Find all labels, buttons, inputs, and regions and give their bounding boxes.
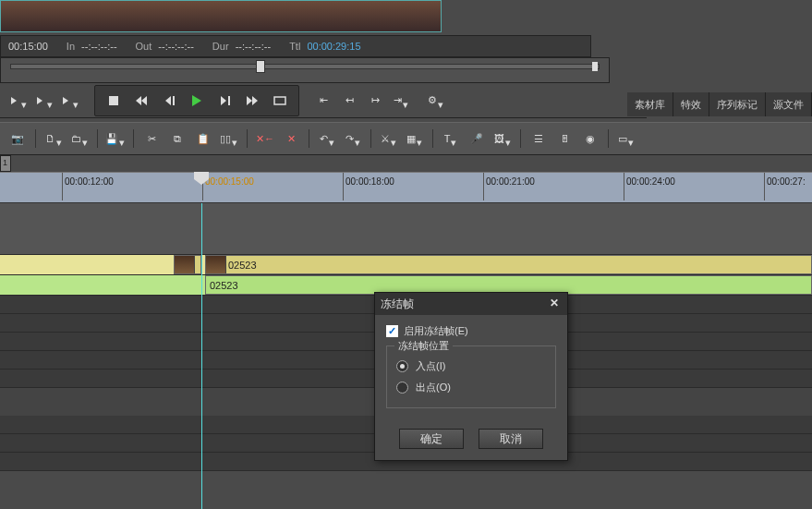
marker-icon[interactable]: ▾ [59, 90, 81, 112]
close-icon[interactable]: ✕ [547, 297, 562, 311]
group-title: 冻结帧位置 [394, 339, 453, 353]
scrubber-end-marker [592, 62, 598, 71]
loop-button[interactable] [269, 90, 291, 112]
radio-icon [396, 382, 408, 394]
mark-out-icon[interactable]: ▾ [33, 90, 55, 112]
playback-controls [94, 85, 299, 116]
copy-icon[interactable]: ⧉ [167, 128, 188, 149]
scrubber-track[interactable] [10, 64, 600, 69]
clip-b[interactable]: 02523 [205, 255, 812, 274]
ruler-tick-current: 00:00:15:00 [205, 176, 254, 187]
redo-icon[interactable]: ↷▾ [343, 128, 363, 149]
clip-thumbnail-icon [175, 256, 195, 273]
checkbox-icon: ✓ [386, 325, 398, 337]
razor-icon[interactable]: ⚔▾ [379, 128, 399, 149]
edit-toolbar: 📷 🗋▾ 🗀▾ 💾▾ ✂ ⧉ 📋 ▯▯▾ ✕← ✕ ↶▾ ↷▾ ⚔▾ ▦▾ T▾… [0, 122, 812, 155]
cut-icon[interactable]: ✂ [141, 128, 162, 149]
paste-icon[interactable]: 📋 [193, 128, 213, 149]
scope-icon[interactable]: ◉ [580, 128, 600, 149]
new-doc-icon[interactable]: 🗋▾ [43, 128, 64, 149]
clip-label: 02523 [210, 280, 238, 291]
ok-button[interactable]: 确定 [399, 429, 464, 449]
group-icon[interactable]: ▯▯▾ [219, 128, 239, 149]
save-icon[interactable]: 💾▾ [105, 128, 126, 149]
duration: Dur --:--:--:-- [212, 41, 271, 52]
mixer-icon[interactable]: 🎚 [554, 128, 575, 149]
dialog-title: 冻结帧 [381, 297, 414, 312]
scrubber-handle[interactable] [256, 60, 265, 73]
ruler-tick: 00:00:21:00 [486, 176, 535, 187]
transport-bar: ▾ ▾ ▾ ⇤ ↤ ↦ ⇥▾ ⚙▾ [0, 83, 647, 118]
folder-icon[interactable]: 🗀▾ [69, 128, 90, 149]
ruler-tick: 00:00:27: [767, 176, 806, 187]
preview-monitor [0, 0, 442, 32]
title-icon[interactable]: T▾ [441, 128, 461, 149]
radio-out-point[interactable]: 出点(O) [396, 377, 546, 398]
next-frame-button[interactable] [213, 90, 236, 112]
radio-icon [396, 360, 408, 372]
freeze-position-group: 冻结帧位置 入点(I) 出点(O) [386, 345, 556, 408]
current-timecode: 00:15:00 [8, 41, 48, 52]
out-point: Out --:--:--:-- [136, 41, 194, 52]
clip-thumb-a[interactable] [174, 255, 201, 274]
rewind-button[interactable] [130, 90, 152, 112]
ruler-tick: 00:00:12:00 [65, 176, 114, 187]
ripple-icon[interactable]: ✕ [281, 128, 301, 149]
cancel-button[interactable]: 取消 [479, 429, 543, 449]
tab-effects[interactable]: 特效 [673, 92, 709, 116]
ruler-tick: 00:00:18:00 [345, 176, 394, 187]
in-point: In --:--:--:-- [67, 41, 117, 52]
stop-button[interactable] [103, 90, 125, 112]
tab-markers[interactable]: 序列标记 [709, 92, 766, 116]
undo-icon[interactable]: ↶▾ [317, 128, 337, 149]
clip-thumbnail-icon [206, 256, 226, 273]
track-empty [0, 203, 812, 255]
enable-freeze-checkbox[interactable]: ✓ 启用冻结帧(E) [386, 324, 556, 338]
prev-frame-button[interactable] [158, 90, 180, 112]
playhead-line [201, 203, 202, 509]
transition-icon[interactable]: ▦▾ [405, 128, 425, 149]
timecode-bar: 00:15:00 In --:--:--:-- Out --:--:--:-- … [0, 35, 591, 57]
clip-label: 02523 [228, 260, 257, 271]
settings-icon[interactable]: ⚙▾ [425, 90, 447, 112]
track-header-tab[interactable]: 1 [0, 155, 11, 172]
total-length: Ttl 00:00:29:15 [289, 41, 360, 52]
svg-rect-0 [109, 96, 118, 105]
tab-source[interactable]: 源文件 [766, 92, 812, 116]
goto-next-icon[interactable]: ⇥▾ [390, 90, 412, 112]
playhead-marker[interactable] [194, 172, 209, 183]
camera-icon[interactable]: 📷 [7, 128, 28, 149]
ruler-tick: 00:00:24:00 [626, 176, 675, 187]
play-button[interactable] [186, 90, 208, 112]
layout-icon[interactable]: ▭▾ [616, 128, 636, 149]
radio-in-point[interactable]: 入点(I) [396, 356, 546, 377]
tab-library[interactable]: 素材库 [627, 92, 673, 116]
list-icon[interactable]: ☰ [528, 128, 549, 149]
scrubber-bar[interactable] [0, 57, 610, 83]
goto-out-icon[interactable]: ↦ [364, 90, 386, 112]
goto-in-icon[interactable]: ↤ [338, 90, 360, 112]
mic-icon[interactable]: 🎤 [467, 128, 487, 149]
freeze-frame-dialog: 冻结帧 ✕ ✓ 启用冻结帧(E) 冻结帧位置 入点(I) 出点(O) 确定 取消 [374, 292, 568, 461]
ripple-delete-icon[interactable]: ✕← [255, 128, 275, 149]
forward-button[interactable] [241, 90, 263, 112]
video-track-1[interactable]: 02523 [0, 255, 812, 275]
goto-prev-icon[interactable]: ⇤ [312, 90, 334, 112]
right-panel-tabs: 素材库 特效 序列标记 源文件 [627, 92, 812, 116]
dialog-titlebar[interactable]: 冻结帧 ✕ [375, 293, 567, 315]
color-icon[interactable]: 🖼▾ [492, 128, 513, 149]
svg-rect-1 [274, 97, 285, 104]
mark-in-icon[interactable]: ▾ [7, 90, 30, 112]
timeline-ruler[interactable]: 00:00:12:00 00:00:15:00 00:00:18:00 00:0… [0, 172, 812, 203]
